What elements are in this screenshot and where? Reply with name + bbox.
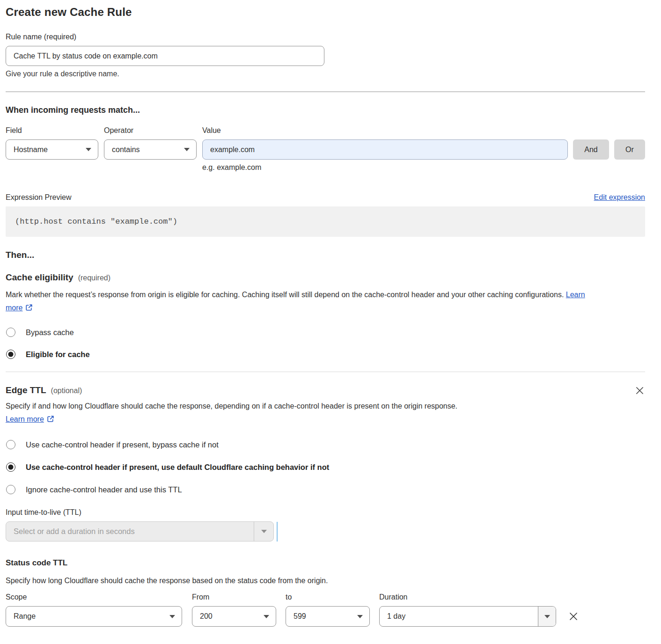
chevron-down-icon	[261, 530, 267, 533]
cache-eligibility-heading: Cache eligibility	[6, 272, 73, 282]
to-select-value: 599	[294, 612, 306, 621]
external-link-icon	[47, 414, 54, 427]
section-divider	[6, 91, 645, 92]
ttl-duration-placeholder: Select or add a duration in seconds	[6, 522, 254, 541]
status-code-ttl-description: Specify how long Cloudflare should cache…	[6, 574, 645, 587]
bypass-cache-radio[interactable]	[6, 328, 15, 337]
edge-ttl-ignore-radio[interactable]	[6, 485, 15, 494]
close-icon	[568, 616, 579, 623]
chevron-down-icon	[264, 615, 269, 618]
field-label: Field	[6, 126, 104, 135]
edge-ttl-bypass-label: Use cache-control header if present, byp…	[26, 440, 219, 449]
match-heading: When incoming requests match...	[6, 105, 645, 115]
then-heading: Then...	[6, 250, 645, 260]
edge-ttl-learn-more-link[interactable]: Learn more	[6, 415, 44, 423]
edge-ttl-option-default[interactable]: Use cache-control header if present, use…	[6, 462, 645, 472]
from-select[interactable]: 200	[192, 606, 276, 627]
status-code-ttl-heading: Status code TTL	[6, 558, 645, 568]
expression-preview-label: Expression Preview	[6, 193, 72, 202]
edge-ttl-optional-tag: (optional)	[51, 387, 82, 395]
eligible-for-cache-option[interactable]: Eligible for cache	[6, 350, 645, 359]
status-code-ttl-row: Scope Range From 200 to 599 Duration 1 d…	[6, 593, 645, 627]
expression-code-block: (http.host contains "example.com")	[6, 206, 645, 237]
match-condition-row: Hostname contains And Or	[6, 139, 645, 160]
section-divider	[6, 372, 645, 372]
operator-select-value: contains	[112, 146, 140, 154]
page-title: Create new Cache Rule	[6, 6, 645, 19]
scope-select[interactable]: Range	[6, 606, 182, 627]
bypass-cache-label: Bypass cache	[26, 328, 74, 337]
text-cursor-indicator	[277, 522, 278, 542]
duration-select-arrow[interactable]	[538, 607, 556, 626]
edge-ttl-heading: Edge TTL	[6, 385, 46, 395]
to-select[interactable]: 599	[286, 606, 370, 627]
match-labels-row: Field Operator Value	[6, 126, 645, 135]
rule-name-label: Rule name (required)	[6, 33, 645, 41]
bypass-cache-option[interactable]: Bypass cache	[6, 328, 645, 337]
edge-ttl-default-radio[interactable]	[6, 462, 15, 472]
cache-eligibility-description: Mark whether the request’s response from…	[6, 288, 588, 315]
field-select-value: Hostname	[14, 146, 48, 154]
duration-label: Duration	[379, 593, 556, 601]
ttl-duration-arrow[interactable]	[254, 522, 273, 541]
edge-ttl-default-label: Use cache-control header if present, use…	[26, 463, 329, 472]
cache-eligibility-required-tag: (required)	[78, 274, 110, 282]
edge-ttl-ignore-label: Ignore cache-control header and use this…	[26, 485, 182, 494]
edge-ttl-option-bypass[interactable]: Use cache-control header if present, byp…	[6, 440, 645, 449]
chevron-down-icon	[544, 615, 550, 618]
or-button[interactable]: Or	[614, 139, 645, 160]
close-icon	[635, 389, 644, 396]
and-button[interactable]: And	[573, 139, 609, 160]
to-label: to	[286, 593, 370, 601]
operator-label: Operator	[104, 126, 202, 135]
eligible-for-cache-label: Eligible for cache	[26, 350, 90, 359]
chevron-down-icon	[357, 615, 363, 618]
ttl-input-label: Input time-to-live (TTL)	[6, 508, 645, 517]
value-input[interactable]	[202, 139, 568, 160]
chevron-down-icon	[184, 148, 190, 151]
operator-select[interactable]: contains	[104, 139, 197, 160]
edit-expression-link[interactable]: Edit expression	[594, 193, 645, 202]
duration-select[interactable]: 1 day	[379, 606, 556, 627]
from-label: From	[192, 593, 276, 601]
edge-ttl-close-button[interactable]	[634, 385, 645, 396]
rule-name-input[interactable]	[6, 46, 324, 66]
status-code-row-remove-button[interactable]	[567, 610, 580, 622]
edge-ttl-bypass-radio[interactable]	[6, 440, 15, 449]
scope-label: Scope	[6, 593, 182, 601]
eligible-for-cache-radio[interactable]	[6, 350, 15, 359]
edge-ttl-description: Specify if and how long Cloudflare shoul…	[6, 400, 478, 427]
expression-code: (http.host contains "example.com")	[15, 217, 177, 226]
value-help-text: e.g. example.com	[202, 163, 645, 172]
from-select-value: 200	[200, 612, 213, 621]
rule-name-help: Give your rule a descriptive name.	[6, 70, 645, 78]
chevron-down-icon	[86, 148, 91, 151]
edge-ttl-option-ignore[interactable]: Ignore cache-control header and use this…	[6, 485, 645, 494]
value-label: Value	[202, 126, 301, 135]
external-link-icon	[25, 302, 33, 315]
field-select[interactable]: Hostname	[6, 139, 98, 160]
chevron-down-icon	[169, 615, 175, 618]
duration-select-value: 1 day	[380, 607, 538, 626]
scope-select-value: Range	[14, 612, 36, 621]
ttl-duration-select[interactable]: Select or add a duration in seconds	[6, 521, 274, 542]
